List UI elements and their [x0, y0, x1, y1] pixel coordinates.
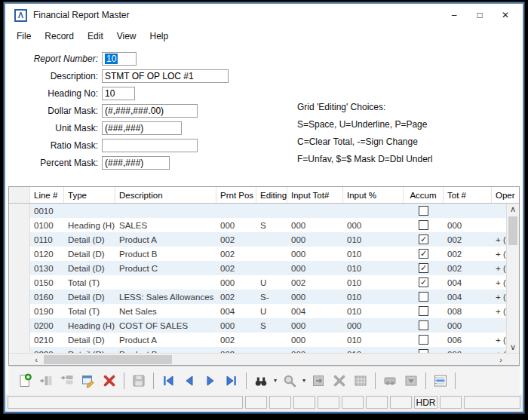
cell-input-pct[interactable]: 000 — [343, 321, 404, 330]
accum-checkbox[interactable] — [419, 206, 428, 216]
cell-oper[interactable]: + (+ — [492, 278, 506, 287]
previous-record-button[interactable] — [180, 371, 199, 391]
first-record-button[interactable] — [158, 371, 178, 391]
col-prnt-pos[interactable]: Prnt Pos — [216, 187, 256, 203]
cell-input-pct[interactable]: 010 — [343, 250, 404, 259]
cell-input-pct[interactable]: 010 — [343, 307, 404, 316]
zoom-dropdown-icon[interactable]: ▾ — [300, 377, 308, 384]
scroll-right-icon[interactable]: › — [495, 354, 507, 365]
save-record-button[interactable] — [129, 371, 149, 391]
cell-description[interactable]: Product B — [115, 250, 216, 259]
col-input-pct[interactable]: Input % — [343, 187, 404, 203]
cell-line[interactable]: 0120 — [30, 250, 64, 259]
row-selector[interactable] — [9, 290, 30, 304]
cell-line[interactable]: 0100 — [30, 221, 64, 230]
scroll-down-icon[interactable]: ∨ — [507, 342, 519, 353]
accum-checkbox[interactable] — [419, 335, 428, 345]
cell-description[interactable]: SALES — [115, 221, 216, 230]
table-row[interactable]: 0200 Heading (H) COST OF SALES 000 S 000… — [9, 318, 506, 333]
table-row[interactable]: 0210 Detail (D) Product A 002 000 010 00… — [9, 333, 506, 347]
cell-editing[interactable]: S — [256, 221, 287, 230]
cell-line[interactable]: 0190 — [30, 307, 64, 316]
cell-input-tot[interactable]: 000 — [287, 235, 343, 244]
col-editing[interactable]: Editing — [256, 187, 287, 203]
table-row[interactable]: 0130 Detail (D) Product C 002 000 010 00… — [9, 261, 506, 275]
col-input-tot[interactable]: Input Tot# — [287, 187, 343, 203]
col-line[interactable]: Line # — [30, 187, 64, 203]
delete-record-button[interactable] — [100, 371, 119, 391]
col-oper[interactable]: Oper — [492, 187, 519, 203]
unit-mask-field[interactable]: (###,###) — [102, 121, 182, 135]
cell-type[interactable]: Total (T) — [64, 278, 115, 287]
cell-tot[interactable]: 008 — [444, 307, 492, 316]
cell-line[interactable]: 0010 — [30, 207, 64, 216]
scroll-up-icon[interactable]: ∧ — [507, 204, 519, 215]
cell-type[interactable]: Heading (H) — [64, 321, 115, 330]
last-record-button[interactable] — [222, 371, 241, 391]
menu-view[interactable]: View — [110, 29, 143, 44]
row-selector[interactable] — [9, 218, 30, 232]
cell-line[interactable]: 0210 — [30, 336, 64, 345]
horizontal-scrollbar[interactable]: ‹ › — [9, 353, 519, 365]
cell-oper[interactable]: + (+ — [492, 336, 506, 345]
accum-checkbox[interactable] — [419, 235, 428, 244]
cell-tot[interactable]: 000 — [444, 321, 492, 330]
vertical-scrollbar[interactable]: ∧ ∨ — [506, 204, 519, 353]
cell-oper[interactable]: + (+ — [492, 307, 506, 316]
cell-tot[interactable]: 000 — [444, 221, 492, 230]
cell-line[interactable]: 0130 — [30, 264, 64, 273]
col-tot[interactable]: Tot # — [444, 187, 492, 203]
cell-prnt-pos[interactable]: 004 — [216, 307, 256, 316]
scroll-left-icon[interactable]: ‹ — [30, 354, 42, 365]
cell-input-pct[interactable]: 010 — [343, 278, 404, 287]
vertical-scroll-thumb[interactable] — [508, 216, 517, 245]
cell-description[interactable]: Net Sales — [115, 307, 216, 316]
cell-prnt-pos[interactable]: 002 — [216, 250, 256, 259]
cell-type[interactable]: Detail (D) — [64, 264, 115, 273]
cell-line[interactable]: 0160 — [30, 293, 64, 302]
cell-type[interactable]: Detail (D) — [64, 336, 115, 345]
cell-type[interactable]: Detail (D) — [64, 250, 115, 259]
cell-type[interactable]: Total (T) — [64, 307, 115, 316]
menu-file[interactable]: File — [10, 29, 38, 44]
cell-input-pct[interactable]: 010 — [343, 293, 404, 302]
grid-view-button[interactable] — [351, 371, 370, 391]
cell-input-tot[interactable]: 000 — [287, 264, 343, 273]
row-selector[interactable] — [9, 347, 30, 353]
table-row[interactable]: 0190 Total (T) Net Sales 004 U 004 010 0… — [9, 304, 506, 318]
accum-checkbox[interactable] — [419, 277, 428, 287]
menu-help[interactable]: Help — [143, 29, 176, 44]
import-button[interactable] — [401, 371, 421, 391]
description-field[interactable]: STMT OF OP LOC #1 — [102, 69, 229, 83]
insert-record-button[interactable] — [36, 371, 56, 391]
cell-line[interactable]: 0110 — [30, 235, 64, 244]
cell-oper[interactable]: + (+ — [492, 293, 506, 302]
cell-input-pct[interactable]: 010 — [343, 336, 404, 345]
row-selector[interactable] — [9, 333, 30, 347]
cell-prnt-pos[interactable]: 000 — [216, 221, 256, 230]
minimize-button[interactable]: – — [441, 6, 467, 24]
append-record-button[interactable] — [57, 371, 77, 391]
heading-no-field[interactable]: 10 — [102, 87, 135, 100]
cell-prnt-pos[interactable]: 002 — [216, 235, 256, 244]
record-list-button[interactable] — [431, 371, 450, 391]
cell-type[interactable]: Detail (D) — [64, 293, 115, 302]
next-record-button[interactable] — [201, 371, 220, 391]
cell-description[interactable]: COST OF SALES — [115, 321, 216, 330]
add-record-button[interactable] — [15, 371, 35, 391]
table-row[interactable]: 0120 Detail (D) Product B 002 000 010 00… — [9, 247, 506, 261]
accum-checkbox[interactable] — [419, 220, 428, 230]
accum-checkbox[interactable] — [419, 249, 428, 259]
cell-editing[interactable]: S- — [256, 293, 287, 302]
cell-prnt-pos[interactable]: 002 — [216, 293, 256, 302]
accum-checkbox[interactable] — [419, 263, 428, 273]
close-button[interactable]: ✕ — [493, 6, 518, 24]
cell-description[interactable]: Product C — [115, 264, 216, 273]
menu-edit[interactable]: Edit — [81, 29, 110, 44]
cell-editing[interactable]: S — [256, 321, 287, 330]
cell-type[interactable]: Detail (D) — [64, 235, 115, 244]
cell-input-pct[interactable]: 000 — [343, 221, 404, 230]
row-selector[interactable] — [9, 304, 30, 318]
cell-prnt-pos[interactable]: 002 — [216, 336, 256, 345]
cancel-button[interactable] — [330, 371, 349, 391]
